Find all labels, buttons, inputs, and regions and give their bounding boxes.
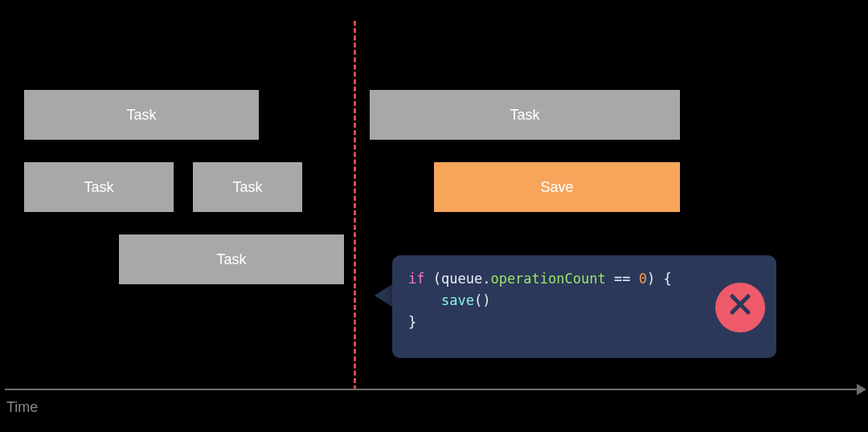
code-callout: if (queue.operationCount == 0) { save() … (392, 255, 776, 358)
code-token-dot: . (482, 271, 490, 287)
callout-tail (375, 284, 392, 307)
code-token-prop: operationCount (490, 271, 605, 287)
task-label: Task (232, 179, 262, 196)
time-axis (5, 389, 860, 390)
close-icon (728, 292, 752, 323)
task-label: Task (510, 107, 539, 124)
time-axis-arrow-icon (857, 384, 866, 395)
task-block: Task (370, 90, 680, 140)
task-block: Task (119, 234, 344, 284)
task-block: Task (193, 162, 302, 212)
save-label: Save (540, 179, 573, 196)
timeline-diagram: Task Task Task Task Task Save if (queue.… (0, 0, 868, 432)
task-label: Task (126, 107, 156, 124)
code-token-call-parens: () (474, 292, 490, 308)
code-token-op: == (614, 271, 630, 287)
code-token-paren: ) (647, 271, 655, 287)
code-token-paren: ( (424, 271, 440, 287)
code-line: } (408, 312, 760, 333)
save-block: Save (434, 162, 680, 212)
task-block: Task (24, 90, 259, 140)
time-marker-divider (354, 21, 356, 390)
task-label: Task (216, 251, 246, 268)
code-token-num: 0 (639, 271, 647, 287)
code-token-brace: { (663, 271, 671, 287)
code-line: if (queue.operationCount == 0) { (408, 268, 760, 290)
time-axis-label: Time (6, 399, 38, 416)
task-block: Task (24, 162, 174, 212)
task-label: Task (84, 179, 113, 196)
code-token-ident: queue (441, 271, 482, 287)
code-token-call: save (441, 292, 474, 308)
code-token-brace: } (408, 314, 416, 330)
error-badge (715, 283, 765, 332)
code-token-keyword: if (408, 271, 424, 287)
code-line: save() (408, 290, 760, 312)
